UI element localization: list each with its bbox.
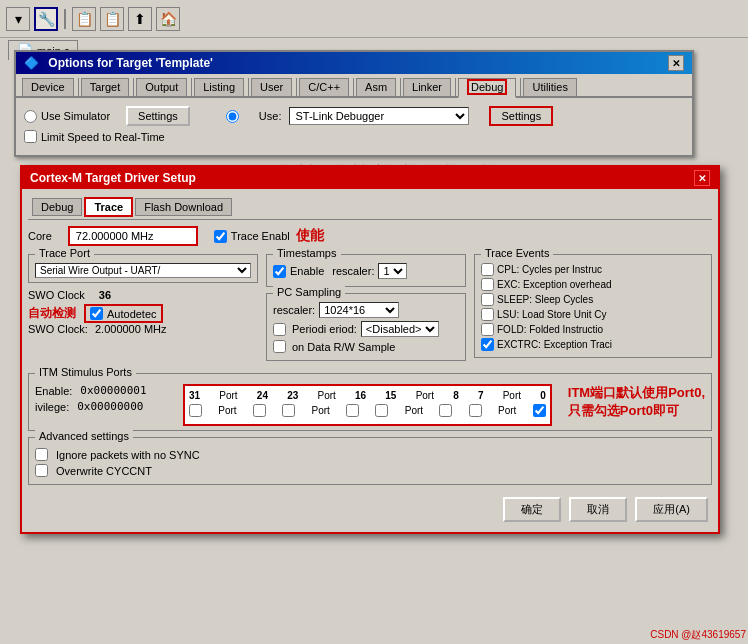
pc-periodi-checkbox[interactable] <box>273 323 286 336</box>
pc-ondata-label: on Data R/W Sample <box>292 341 395 353</box>
core-input[interactable] <box>68 226 198 246</box>
itm-section: ITM Stimulus Ports Enable: 0x00000001 iv… <box>28 373 712 431</box>
timestamps-rescaler-label: rescaler: <box>332 265 374 277</box>
apply-button[interactable]: 应用(A) <box>635 497 708 522</box>
cortex-right: Trace Events CPL: Cycles per Instruc EXC… <box>474 254 712 367</box>
settings-button-right[interactable]: Settings <box>489 106 553 126</box>
timestamps-rescaler-select[interactable]: 1 <box>378 263 407 279</box>
port-check-23[interactable] <box>282 404 295 417</box>
cortex-close-button[interactable]: ✕ <box>694 170 710 186</box>
cancel-button[interactable]: 取消 <box>569 497 627 522</box>
cortex-tab-trace[interactable]: Trace <box>84 197 133 217</box>
port-check-8[interactable] <box>439 404 452 417</box>
cortex-body: Debug Trace Flash Download 频率根据单片机主频来设置,… <box>22 189 718 532</box>
port24-label: 24 <box>257 390 268 401</box>
event-fold: FOLD: Folded Instructio <box>481 323 705 336</box>
toolbar-up[interactable]: ⬆ <box>128 7 152 31</box>
event-fold-checkbox[interactable] <box>481 323 494 336</box>
toolbar-copy1[interactable]: 📋 <box>72 7 96 31</box>
simulator-row: Use Simulator Settings Use: ST-Link Debu… <box>24 106 684 126</box>
event-sleep-checkbox[interactable] <box>481 293 494 306</box>
tab-cpp[interactable]: C/C++ <box>299 78 349 96</box>
event-lsu: LSU: Load Store Unit Cy <box>481 308 705 321</box>
port-check-15[interactable] <box>375 404 388 417</box>
autodetect-label: Autodetec <box>107 308 157 320</box>
settings-button-left[interactable]: Settings <box>126 106 190 126</box>
limit-speed-checkbox[interactable] <box>24 130 37 143</box>
trace-port-select[interactable]: Serial Wire Output - UART/ <box>35 263 251 278</box>
itm-enable-label: Enable: <box>35 385 72 397</box>
pc-periodi-select[interactable]: <Disabled> <box>361 321 439 337</box>
port-spacer3: Port <box>405 405 423 416</box>
freq-annotation: 频率根据单片机主频来设置,必须一样 <box>282 163 494 181</box>
options-dialog-title: 🔷 Options for Target 'Template' ✕ <box>16 52 692 74</box>
port-check-24[interactable] <box>253 404 266 417</box>
tab-asm[interactable]: Asm <box>356 78 396 96</box>
cortex-dialog: Cortex-M Target Driver Setup ✕ Debug Tra… <box>20 165 720 534</box>
timestamps-group: Timestamps Enable rescaler: 1 <box>266 254 466 287</box>
pc-periodi-label: Periodi eriod: <box>292 323 357 335</box>
pc-rescaler-select[interactable]: 1024*16 <box>319 302 399 318</box>
options-body: Use Simulator Settings Use: ST-Link Debu… <box>16 98 692 155</box>
port-check-16[interactable] <box>346 404 359 417</box>
ignore-packets-checkbox[interactable] <box>35 448 48 461</box>
use-radio[interactable] <box>226 110 239 123</box>
overwrite-cyccnt-checkbox[interactable] <box>35 464 48 477</box>
itm-title: ITM Stimulus Ports <box>35 366 136 378</box>
port-spacer1: Port <box>218 405 236 416</box>
trace-events-label: Trace Events <box>481 247 553 259</box>
port31-label: 31 <box>189 390 200 401</box>
toolbar-copy2[interactable]: 📋 <box>100 7 124 31</box>
swo-clock-value: 36 <box>99 289 111 301</box>
itm-annotation: ITM端口默认使用Port0,只需勾选Port0即可 <box>568 385 705 418</box>
advanced-content: Ignore packets with no SYNC Overwrite CY… <box>35 448 705 477</box>
pc-rescaler-label: rescaler: <box>273 304 315 316</box>
timestamps-label: Timestamps <box>273 247 341 259</box>
tab-linker[interactable]: Linker <box>403 78 451 96</box>
toolbar-dropdown[interactable]: ▾ <box>6 7 30 31</box>
tab-device[interactable]: Device <box>22 78 74 96</box>
tab-target[interactable]: Target <box>81 78 130 96</box>
tab-user[interactable]: User <box>251 78 292 96</box>
use-simulator-item: Use Simulator <box>24 110 110 123</box>
timestamps-enable-checkbox[interactable] <box>273 265 286 278</box>
event-exctrc-checkbox[interactable] <box>481 338 494 351</box>
trace-enable-checkbox[interactable] <box>214 230 227 243</box>
advanced-title: Advanced settings <box>35 430 133 442</box>
tab-sep4 <box>248 78 249 96</box>
event-cpl-checkbox[interactable] <box>481 263 494 276</box>
itm-annotation-container: ITM端口默认使用Port0,只需勾选Port0即可 <box>568 384 705 426</box>
event-lsu-checkbox[interactable] <box>481 308 494 321</box>
timestamps-content: Enable rescaler: 1 <box>273 263 459 279</box>
event-fold-label: FOLD: Folded Instructio <box>497 324 603 335</box>
tab-sep8 <box>455 78 456 96</box>
tab-sep5 <box>296 78 297 96</box>
autodetect-checkbox[interactable] <box>90 307 103 320</box>
cortex-middle: Timestamps Enable rescaler: 1 PC S <box>266 254 466 367</box>
event-sleep: SLEEP: Sleep Cycles <box>481 293 705 306</box>
cortex-tab-flash[interactable]: Flash Download <box>135 198 232 216</box>
tab-output[interactable]: Output <box>136 78 187 96</box>
pc-ondata-row: on Data R/W Sample <box>273 340 459 353</box>
toolbar-home[interactable]: 🏠 <box>156 7 180 31</box>
ignore-packets-row: Ignore packets with no SYNC <box>35 448 705 461</box>
swo-clock-final-row: SWO Clock: 2.000000 MHz <box>28 323 258 335</box>
toolbar-wrench[interactable]: 🔧 <box>34 7 58 31</box>
port-check-31[interactable] <box>189 404 202 417</box>
event-exc-checkbox[interactable] <box>481 278 494 291</box>
pc-ondata-checkbox[interactable] <box>273 340 286 353</box>
port7-label: 7 <box>478 390 484 401</box>
use-simulator-radio[interactable] <box>24 110 37 123</box>
ok-button[interactable]: 确定 <box>503 497 561 522</box>
tab-debug[interactable]: Debug <box>458 78 516 98</box>
cortex-tab-debug[interactable]: Debug <box>32 198 82 216</box>
tab-listing[interactable]: Listing <box>194 78 244 96</box>
limit-speed-label: Limit Speed to Real-Time <box>41 131 165 143</box>
port-check-0[interactable] <box>533 404 546 417</box>
options-close-button[interactable]: ✕ <box>668 55 684 71</box>
tab-utilities[interactable]: Utilities <box>523 78 576 96</box>
port-label4: Port <box>503 390 521 401</box>
port-check-7[interactable] <box>469 404 482 417</box>
advanced-section: Advanced settings Ignore packets with no… <box>28 437 712 485</box>
debugger-select[interactable]: ST-Link Debugger <box>289 107 469 125</box>
